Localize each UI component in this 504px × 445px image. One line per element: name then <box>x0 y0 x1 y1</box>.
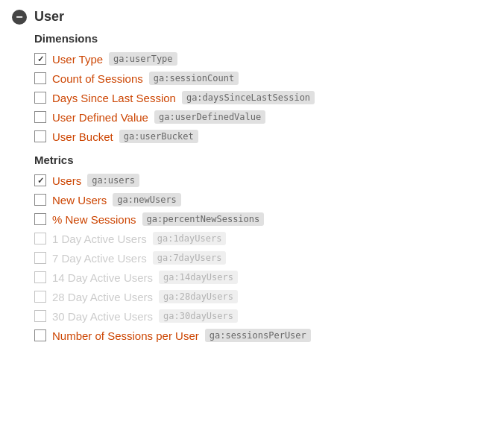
checkbox-daysSinceLastSession[interactable] <box>34 92 46 104</box>
metrics-header: Metrics <box>34 154 492 166</box>
checkbox-14dayUsers[interactable] <box>34 271 46 283</box>
item-tag-userDefinedValue: ga:userDefinedValue <box>154 110 265 124</box>
item-tag-14dayUsers: ga:14dayUsers <box>159 271 238 284</box>
item-label-sessionsPerUser: Number of Sessions per User <box>52 329 199 342</box>
item-tag-sessionsPerUser: ga:sessionsPerUser <box>205 329 311 342</box>
item-label-percentNewSessions: % New Sessions <box>52 213 136 226</box>
list-item: 7 Day Active Usersga:7dayUsers <box>12 248 492 268</box>
section-header: − User <box>12 9 492 25</box>
list-item: User Typega:userType <box>12 49 492 69</box>
item-label-14dayUsers: 14 Day Active Users <box>52 271 153 284</box>
item-label-sessionCount: Count of Sessions <box>52 72 143 85</box>
checkbox-30dayUsers[interactable] <box>34 310 46 322</box>
checkbox-newUsers[interactable] <box>34 194 46 206</box>
list-item: Days Since Last Sessionga:daysSinceLastS… <box>12 88 492 107</box>
item-label-30dayUsers: 30 Day Active Users <box>52 310 153 323</box>
checkbox-7dayUsers[interactable] <box>34 252 46 264</box>
item-label-1dayUsers: 1 Day Active Users <box>52 233 147 245</box>
item-label-newUsers: New Users <box>52 194 107 206</box>
metrics-list: Usersga:usersNew Usersga:newUsers% New S… <box>12 171 492 345</box>
item-tag-7dayUsers: ga:7dayUsers <box>153 251 227 265</box>
collapse-icon[interactable]: − <box>12 10 27 25</box>
item-label-users: Users <box>52 174 81 187</box>
list-item: Number of Sessions per Userga:sessionsPe… <box>12 326 492 345</box>
list-item: % New Sessionsga:percentNewSessions <box>12 209 492 229</box>
list-item: 28 Day Active Usersga:28dayUsers <box>12 287 492 306</box>
item-tag-userBucket: ga:userBucket <box>119 130 198 143</box>
item-label-userBucket: User Bucket <box>52 130 113 143</box>
list-item: Count of Sessionsga:sessionCount <box>12 69 492 88</box>
item-tag-newUsers: ga:newUsers <box>113 193 180 206</box>
checkbox-users[interactable] <box>34 174 46 186</box>
item-label-28dayUsers: 28 Day Active Users <box>52 291 153 303</box>
list-item: New Usersga:newUsers <box>12 190 492 209</box>
item-tag-1dayUsers: ga:1dayUsers <box>153 232 227 245</box>
user-section: − User Dimensions User Typega:userTypeCo… <box>12 9 492 345</box>
list-item: 1 Day Active Usersga:1dayUsers <box>12 229 492 248</box>
item-tag-30dayUsers: ga:30dayUsers <box>159 309 238 323</box>
checkbox-sessionCount[interactable] <box>34 72 46 84</box>
section-title: User <box>34 9 64 25</box>
dimensions-list: User Typega:userTypeCount of Sessionsga:… <box>12 49 492 146</box>
item-tag-users: ga:users <box>87 174 139 187</box>
item-tag-percentNewSessions: ga:percentNewSessions <box>142 212 265 226</box>
checkbox-userType[interactable] <box>34 53 46 65</box>
checkbox-userDefinedValue[interactable] <box>34 111 46 123</box>
dimensions-header: Dimensions <box>34 32 492 45</box>
item-tag-sessionCount: ga:sessionCount <box>149 72 239 85</box>
item-label-userType: User Type <box>52 53 103 66</box>
checkbox-28dayUsers[interactable] <box>34 291 46 303</box>
item-tag-userType: ga:userType <box>109 52 177 66</box>
list-item: 30 Day Active Usersga:30dayUsers <box>12 306 492 326</box>
checkbox-sessionsPerUser[interactable] <box>34 329 46 341</box>
list-item: User Bucketga:userBucket <box>12 127 492 146</box>
checkbox-userBucket[interactable] <box>34 130 46 142</box>
item-tag-28dayUsers: ga:28dayUsers <box>159 290 238 303</box>
checkbox-1dayUsers[interactable] <box>34 233 46 244</box>
list-item: Usersga:users <box>12 171 492 190</box>
item-label-7dayUsers: 7 Day Active Users <box>52 252 147 265</box>
item-label-userDefinedValue: User Defined Value <box>52 111 148 124</box>
list-item: User Defined Valuega:userDefinedValue <box>12 107 492 127</box>
item-tag-daysSinceLastSession: ga:daysSinceLastSession <box>182 91 315 104</box>
list-item: 14 Day Active Usersga:14dayUsers <box>12 268 492 287</box>
item-label-daysSinceLastSession: Days Since Last Session <box>52 92 176 104</box>
checkbox-percentNewSessions[interactable] <box>34 213 46 225</box>
